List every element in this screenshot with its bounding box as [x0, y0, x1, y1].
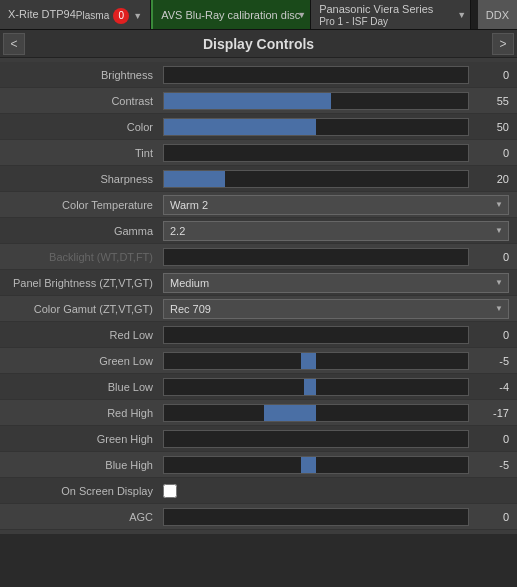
value-area-7: 0: [163, 248, 509, 266]
slider-11[interactable]: [163, 352, 469, 370]
value-area-14: 0: [163, 430, 509, 448]
dropdown-wrapper-9[interactable]: Rec 709: [163, 299, 509, 319]
label-15: Blue High: [8, 459, 163, 471]
xrite-badge: 0: [113, 8, 129, 24]
slider-15[interactable]: [163, 456, 469, 474]
value-label-2: 50: [469, 121, 509, 133]
value-area-1: 55: [163, 92, 509, 110]
value-label-14: 0: [469, 433, 509, 445]
value-label-7: 0: [469, 251, 509, 263]
slider-0[interactable]: [163, 66, 469, 84]
control-row-5: Color Temperature Warm 2: [0, 192, 517, 218]
value-label-10: 0: [469, 329, 509, 341]
control-row-12: Blue Low -4: [0, 374, 517, 400]
tab-xrite[interactable]: X-Rite DTP94 Plasma 0 ▼: [0, 0, 151, 29]
slider-fill-12: [304, 379, 316, 395]
label-5: Color Temperature: [8, 199, 163, 211]
slider-fill-15: [301, 457, 316, 473]
slider-fill-13: [264, 405, 316, 421]
checkbox-16[interactable]: [163, 484, 177, 498]
control-row-15: Blue High -5: [0, 452, 517, 478]
slider-fill-1: [164, 93, 331, 109]
tab-avs[interactable]: AVS Blu-Ray calibration disc ▼: [151, 0, 311, 29]
control-row-16: On Screen Display: [0, 478, 517, 504]
control-row-0: Brightness 0: [0, 62, 517, 88]
label-1: Contrast: [8, 95, 163, 107]
slider-fill-11: [301, 353, 316, 369]
dropdown-5[interactable]: Warm 2: [163, 195, 509, 215]
control-row-9: Color Gamut (ZT,VT,GT) Rec 709: [0, 296, 517, 322]
control-row-13: Red High -17: [0, 400, 517, 426]
slider-17[interactable]: [163, 508, 469, 526]
label-6: Gamma: [8, 225, 163, 237]
slider-10[interactable]: [163, 326, 469, 344]
label-7: Backlight (WT,DT,FT): [8, 251, 163, 263]
control-row-3: Tint 0: [0, 140, 517, 166]
control-row-6: Gamma 2.2: [0, 218, 517, 244]
panasonic-arrow: ▼: [457, 10, 466, 20]
label-2: Color: [8, 121, 163, 133]
xrite-label: X-Rite DTP94: [8, 8, 76, 21]
value-area-2: 50: [163, 118, 509, 136]
value-label-11: -5: [469, 355, 509, 367]
value-area-8: Medium: [163, 273, 509, 293]
label-11: Green Low: [8, 355, 163, 367]
value-label-13: -17: [469, 407, 509, 419]
label-17: AGC: [8, 511, 163, 523]
dropdown-9[interactable]: Rec 709: [163, 299, 509, 319]
slider-3[interactable]: [163, 144, 469, 162]
value-label-17: 0: [469, 511, 509, 523]
value-area-9: Rec 709: [163, 299, 509, 319]
top-bar: X-Rite DTP94 Plasma 0 ▼ AVS Blu-Ray cali…: [0, 0, 517, 30]
page-title: Display Controls: [28, 36, 489, 52]
dropdown-wrapper-8[interactable]: Medium: [163, 273, 509, 293]
dropdown-wrapper-6[interactable]: 2.2: [163, 221, 509, 241]
control-row-7: Backlight (WT,DT,FT) 0: [0, 244, 517, 270]
value-label-12: -4: [469, 381, 509, 393]
display-controls: Brightness 0 Contrast 55 Color 5: [0, 58, 517, 534]
dropdown-8[interactable]: Medium: [163, 273, 509, 293]
label-4: Sharpness: [8, 173, 163, 185]
avs-label: AVS Blu-Ray calibration disc: [161, 9, 300, 21]
label-10: Red Low: [8, 329, 163, 341]
value-label-3: 0: [469, 147, 509, 159]
value-area-4: 20: [163, 170, 509, 188]
panasonic-label: Panasonic Viera Series: [319, 2, 433, 16]
slider-1[interactable]: [163, 92, 469, 110]
value-area-3: 0: [163, 144, 509, 162]
value-area-10: 0: [163, 326, 509, 344]
value-area-0: 0: [163, 66, 509, 84]
label-13: Red High: [8, 407, 163, 419]
control-row-8: Panel Brightness (ZT,VT,GT) Medium: [0, 270, 517, 296]
control-row-17: AGC 0: [0, 504, 517, 530]
slider-12[interactable]: [163, 378, 469, 396]
slider-2[interactable]: [163, 118, 469, 136]
value-label-4: 20: [469, 173, 509, 185]
label-9: Color Gamut (ZT,VT,GT): [8, 303, 163, 315]
dropdown-6[interactable]: 2.2: [163, 221, 509, 241]
tab-panasonic[interactable]: Panasonic Viera Series Pro 1 - ISF Day ▼: [311, 0, 471, 29]
label-8: Panel Brightness (ZT,VT,GT): [8, 277, 163, 289]
value-area-11: -5: [163, 352, 509, 370]
value-label-1: 55: [469, 95, 509, 107]
dropdown-wrapper-5[interactable]: Warm 2: [163, 195, 509, 215]
control-row-14: Green High 0: [0, 426, 517, 452]
ddx-button[interactable]: DDX: [478, 0, 517, 29]
slider-14[interactable]: [163, 430, 469, 448]
slider-7[interactable]: [163, 248, 469, 266]
prev-button[interactable]: <: [3, 33, 25, 55]
label-12: Blue Low: [8, 381, 163, 393]
control-row-1: Contrast 55: [0, 88, 517, 114]
nav-row: < Display Controls >: [0, 30, 517, 58]
label-16: On Screen Display: [8, 485, 163, 497]
control-row-10: Red Low 0: [0, 322, 517, 348]
slider-4[interactable]: [163, 170, 469, 188]
value-label-0: 0: [469, 69, 509, 81]
value-area-5: Warm 2: [163, 195, 509, 215]
value-area-17: 0: [163, 508, 509, 526]
next-button[interactable]: >: [492, 33, 514, 55]
label-0: Brightness: [8, 69, 163, 81]
value-area-15: -5: [163, 456, 509, 474]
avs-arrow: ▼: [297, 10, 306, 20]
slider-13[interactable]: [163, 404, 469, 422]
